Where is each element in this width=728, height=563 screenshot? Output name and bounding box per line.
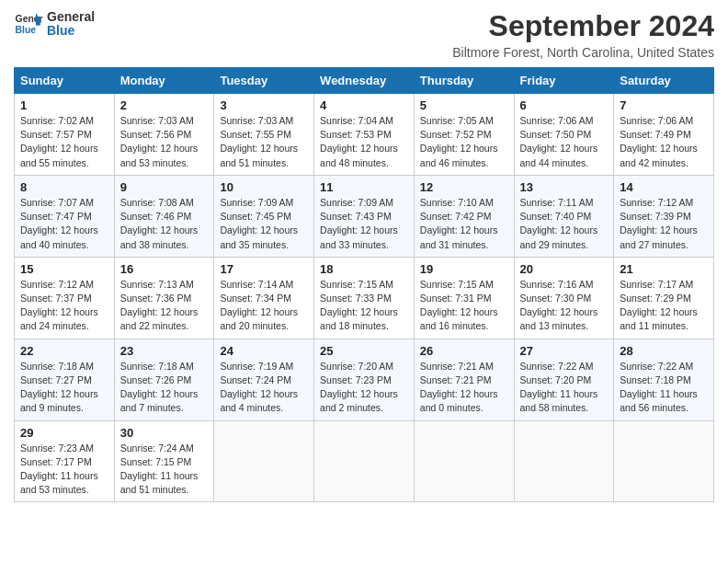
calendar-week-row: 1Sunrise: 7:02 AM Sunset: 7:57 PM Daylig… <box>15 94 714 176</box>
logo-icon: General Blue <box>14 9 43 39</box>
day-info: Sunrise: 7:23 AM Sunset: 7:17 PM Dayligh… <box>20 442 108 498</box>
day-info: Sunrise: 7:13 AM Sunset: 7:36 PM Dayligh… <box>120 278 209 334</box>
calendar-cell: 24Sunrise: 7:19 AM Sunset: 7:24 PM Dayli… <box>214 339 314 420</box>
weekday-header-wednesday: Wednesday <box>314 68 415 94</box>
calendar-cell: 3Sunrise: 7:03 AM Sunset: 7:55 PM Daylig… <box>214 94 314 176</box>
day-number: 25 <box>320 344 408 358</box>
calendar-cell: 6Sunrise: 7:06 AM Sunset: 7:50 PM Daylig… <box>514 94 614 176</box>
calendar-cell: 23Sunrise: 7:18 AM Sunset: 7:26 PM Dayli… <box>114 339 214 420</box>
day-number: 23 <box>120 344 209 358</box>
day-number: 20 <box>520 262 609 276</box>
svg-marker-3 <box>36 17 40 26</box>
calendar-cell: 10Sunrise: 7:09 AM Sunset: 7:45 PM Dayli… <box>214 175 314 257</box>
calendar-cell: 7Sunrise: 7:06 AM Sunset: 7:49 PM Daylig… <box>614 94 714 176</box>
day-info: Sunrise: 7:20 AM Sunset: 7:23 PM Dayligh… <box>320 360 408 416</box>
day-number: 1 <box>20 98 108 112</box>
calendar-cell: 18Sunrise: 7:15 AM Sunset: 7:33 PM Dayli… <box>314 257 415 339</box>
day-info: Sunrise: 7:12 AM Sunset: 7:39 PM Dayligh… <box>620 196 708 252</box>
logo: General Blue General Blue <box>14 9 95 39</box>
day-info: Sunrise: 7:11 AM Sunset: 7:40 PM Dayligh… <box>520 196 609 252</box>
day-info: Sunrise: 7:09 AM Sunset: 7:43 PM Dayligh… <box>320 196 408 252</box>
weekday-header-saturday: Saturday <box>614 68 714 94</box>
day-number: 9 <box>120 180 209 194</box>
calendar-week-row: 22Sunrise: 7:18 AM Sunset: 7:27 PM Dayli… <box>15 339 714 420</box>
calendar-cell: 2Sunrise: 7:03 AM Sunset: 7:56 PM Daylig… <box>114 94 214 176</box>
calendar-cell: 9Sunrise: 7:08 AM Sunset: 7:46 PM Daylig… <box>114 175 214 257</box>
calendar-cell: 16Sunrise: 7:13 AM Sunset: 7:36 PM Dayli… <box>114 257 214 339</box>
page-header: General Blue General Blue September 2024… <box>14 9 714 60</box>
day-number: 29 <box>20 426 108 440</box>
calendar-cell: 5Sunrise: 7:05 AM Sunset: 7:52 PM Daylig… <box>414 94 514 176</box>
calendar-cell: 30Sunrise: 7:24 AM Sunset: 7:15 PM Dayli… <box>114 420 214 502</box>
calendar-cell: 1Sunrise: 7:02 AM Sunset: 7:57 PM Daylig… <box>15 94 115 176</box>
day-number: 4 <box>320 98 408 112</box>
day-number: 18 <box>320 262 408 276</box>
weekday-header-tuesday: Tuesday <box>214 68 314 94</box>
day-info: Sunrise: 7:19 AM Sunset: 7:24 PM Dayligh… <box>220 360 308 416</box>
day-info: Sunrise: 7:18 AM Sunset: 7:27 PM Dayligh… <box>20 360 108 416</box>
svg-text:Blue: Blue <box>16 25 37 35</box>
calendar-cell: 17Sunrise: 7:14 AM Sunset: 7:34 PM Dayli… <box>214 257 314 339</box>
day-info: Sunrise: 7:04 AM Sunset: 7:53 PM Dayligh… <box>320 114 408 170</box>
logo-name-blue: Blue <box>47 24 95 38</box>
day-number: 21 <box>620 262 708 276</box>
day-info: Sunrise: 7:22 AM Sunset: 7:18 PM Dayligh… <box>620 360 708 416</box>
day-number: 10 <box>220 180 308 194</box>
day-info: Sunrise: 7:14 AM Sunset: 7:34 PM Dayligh… <box>220 278 308 334</box>
day-number: 27 <box>520 344 609 358</box>
day-info: Sunrise: 7:18 AM Sunset: 7:26 PM Dayligh… <box>120 360 209 416</box>
calendar-cell: 29Sunrise: 7:23 AM Sunset: 7:17 PM Dayli… <box>15 420 115 502</box>
weekday-header-friday: Friday <box>514 68 614 94</box>
day-number: 15 <box>20 262 108 276</box>
day-number: 26 <box>420 344 508 358</box>
calendar-cell: 26Sunrise: 7:21 AM Sunset: 7:21 PM Dayli… <box>414 339 514 420</box>
calendar-cell: 4Sunrise: 7:04 AM Sunset: 7:53 PM Daylig… <box>314 94 415 176</box>
calendar-cell <box>414 420 514 502</box>
day-info: Sunrise: 7:08 AM Sunset: 7:46 PM Dayligh… <box>120 196 209 252</box>
calendar-cell <box>614 420 714 502</box>
day-info: Sunrise: 7:15 AM Sunset: 7:31 PM Dayligh… <box>420 278 508 334</box>
day-info: Sunrise: 7:05 AM Sunset: 7:52 PM Dayligh… <box>420 114 508 170</box>
calendar-cell: 20Sunrise: 7:16 AM Sunset: 7:30 PM Dayli… <box>514 257 614 339</box>
calendar-cell <box>514 420 614 502</box>
calendar-cell: 8Sunrise: 7:07 AM Sunset: 7:47 PM Daylig… <box>15 175 115 257</box>
logo-name-general: General <box>47 10 95 24</box>
calendar-cell: 27Sunrise: 7:22 AM Sunset: 7:20 PM Dayli… <box>514 339 614 420</box>
day-number: 19 <box>420 262 508 276</box>
day-number: 6 <box>520 98 609 112</box>
day-number: 5 <box>420 98 508 112</box>
calendar-cell: 12Sunrise: 7:10 AM Sunset: 7:42 PM Dayli… <box>414 175 514 257</box>
day-info: Sunrise: 7:22 AM Sunset: 7:20 PM Dayligh… <box>520 360 609 416</box>
day-number: 13 <box>520 180 609 194</box>
title-block: September 2024 Biltmore Forest, North Ca… <box>452 9 714 60</box>
day-number: 30 <box>120 426 209 440</box>
day-number: 16 <box>120 262 209 276</box>
calendar-cell <box>214 420 314 502</box>
day-number: 7 <box>620 98 708 112</box>
day-number: 11 <box>320 180 408 194</box>
day-info: Sunrise: 7:03 AM Sunset: 7:56 PM Dayligh… <box>120 114 209 170</box>
day-info: Sunrise: 7:17 AM Sunset: 7:29 PM Dayligh… <box>620 278 708 334</box>
day-info: Sunrise: 7:10 AM Sunset: 7:42 PM Dayligh… <box>420 196 508 252</box>
calendar-cell: 28Sunrise: 7:22 AM Sunset: 7:18 PM Dayli… <box>614 339 714 420</box>
calendar-week-row: 8Sunrise: 7:07 AM Sunset: 7:47 PM Daylig… <box>15 175 714 257</box>
calendar-cell: 11Sunrise: 7:09 AM Sunset: 7:43 PM Dayli… <box>314 175 415 257</box>
day-info: Sunrise: 7:06 AM Sunset: 7:49 PM Dayligh… <box>620 114 708 170</box>
calendar-cell: 21Sunrise: 7:17 AM Sunset: 7:29 PM Dayli… <box>614 257 714 339</box>
day-number: 2 <box>120 98 209 112</box>
day-info: Sunrise: 7:07 AM Sunset: 7:47 PM Dayligh… <box>20 196 108 252</box>
day-number: 12 <box>420 180 508 194</box>
calendar-week-row: 29Sunrise: 7:23 AM Sunset: 7:17 PM Dayli… <box>15 420 714 502</box>
calendar-table: SundayMondayTuesdayWednesdayThursdayFrid… <box>14 67 714 502</box>
calendar-cell: 25Sunrise: 7:20 AM Sunset: 7:23 PM Dayli… <box>314 339 415 420</box>
weekday-header-monday: Monday <box>114 68 214 94</box>
day-number: 3 <box>220 98 308 112</box>
day-number: 24 <box>220 344 308 358</box>
day-info: Sunrise: 7:16 AM Sunset: 7:30 PM Dayligh… <box>520 278 609 334</box>
calendar-cell: 22Sunrise: 7:18 AM Sunset: 7:27 PM Dayli… <box>15 339 115 420</box>
day-info: Sunrise: 7:02 AM Sunset: 7:57 PM Dayligh… <box>20 114 108 170</box>
day-number: 22 <box>20 344 108 358</box>
calendar-week-row: 15Sunrise: 7:12 AM Sunset: 7:37 PM Dayli… <box>15 257 714 339</box>
weekday-header-thursday: Thursday <box>414 68 514 94</box>
weekday-header-sunday: Sunday <box>15 68 115 94</box>
